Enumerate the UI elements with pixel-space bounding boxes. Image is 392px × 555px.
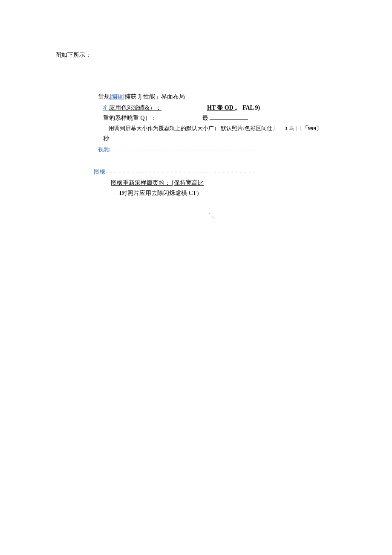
tabs-row: 當规|编辑|捕获 Jj 性能」界面布局 [98,93,337,101]
row-deflicker: I对照片应用去除闪烁慮橫 CT） [119,189,337,197]
color-filter-label: 应用色彩滤礦&）： [109,105,161,111]
section-video: 视频- - - - - - - - - - - - - - - - - - - … [98,146,337,154]
row-image-resample: 图橡重新采样瓣页的： [保持宽高比 [111,179,337,187]
image-resample-text: 图橡重新采样瓣页的： [保持宽高比 [111,180,204,186]
smooth-factor-label: 重豹系样曉重 Q）： [103,115,157,121]
smooth-factor-value: 最 [202,115,208,121]
stray-dots: · ·. [209,212,337,218]
tab-general[interactable]: 當规 [98,93,110,100]
section-image: 图橡- - - - - - - - - - - - - - - - - - - … [94,168,337,176]
section-divider-dashes: - - - - - - - - - - - - - - - - - - - - … [106,169,255,175]
row-seconds: 秒 [103,135,337,142]
deflicker-text: 对照片应用去除闪烁慮橫 CT） [121,190,202,196]
row-color-filter: 彳应用色彩滤礦&）： HT 壷 OD 。 FAL 9) [103,104,337,112]
row-smooth-factor: 重豹系样曉重 Q）： 最 [103,114,337,122]
intro-text: 图如下所示： [55,51,337,59]
row-default-size: —用调到屏幕大小作为覆蟲轨上的默认大小广） 默认照片/色彩区间仕〕 3 鸟 |〔… [103,125,337,132]
default-size-text-a: —用调到屏幕大小作为覆蟲轨上的默认大小广） 默认照片/色彩区间仕〕 [103,125,278,131]
tab-glyph: Jj [138,93,141,100]
tab-edit[interactable]: 编辑 [111,93,123,100]
section-video-label: 视频 [98,146,110,153]
underline-input-line[interactable] [210,116,248,120]
color-filter-value-b: 。 FAL 9) [235,105,260,111]
default-size-bracket: 「999〕 [303,125,322,131]
document-page: 图如下所示： 當规|编辑|捕获 Jj 性能」界面布局 彳应用色彩滤礦&）： HT… [0,0,392,218]
leading-glyph: 彳 [103,105,109,111]
dialog-mock-block: 當规|编辑|捕获 Jj 性能」界面布局 彳应用色彩滤礦&）： HT 壷 OD 。… [55,93,337,218]
tab-layout[interactable]: 性能」界面布局 [143,93,185,100]
dot-2: ·. [211,215,337,218]
tab-capture[interactable]: 捕获 [124,93,136,100]
section-image-label: 图橡 [94,169,106,175]
section-divider-dashes: - - - - - - - - - - - - - - - - - - - - … [110,146,259,153]
color-filter-value-a: HT 壷 OD [207,105,235,111]
default-size-text-c: 鸟 |〔 [288,125,303,131]
